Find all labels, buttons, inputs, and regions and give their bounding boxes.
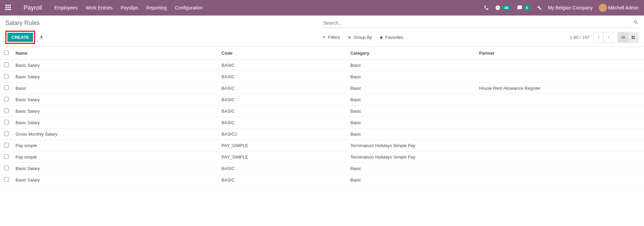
- select-all-checkbox[interactable]: [4, 50, 9, 55]
- table-row[interactable]: Basic Salary BASIC Basic: [0, 106, 644, 117]
- row-checkbox[interactable]: [4, 97, 9, 102]
- search-area: [322, 18, 639, 28]
- cell-partner: [477, 151, 644, 163]
- favorites-button[interactable]: Favorites: [379, 32, 403, 43]
- row-checkbox[interactable]: [4, 85, 9, 90]
- cell-category: Terminaison Holidays Simple Pay: [348, 140, 476, 151]
- tools-icon: [537, 5, 542, 10]
- table-header-row: Name Code Category Partner: [0, 47, 644, 60]
- cell-partner: [477, 140, 644, 151]
- groupby-button[interactable]: Group By: [347, 32, 372, 43]
- row-checkbox[interactable]: [4, 62, 9, 67]
- cell-name: Basic Salary: [13, 117, 219, 129]
- messages-menu[interactable]: 5: [517, 5, 530, 10]
- row-checkbox[interactable]: [4, 120, 9, 124]
- cell-name: Gross Monthly Salary: [13, 129, 219, 140]
- page-prev-button[interactable]: [593, 32, 604, 43]
- row-checkbox[interactable]: [4, 108, 9, 113]
- filters-button[interactable]: Filters: [322, 32, 340, 43]
- cell-category: Basic: [348, 163, 476, 174]
- user-name: Mitchell Admin: [608, 5, 639, 10]
- table-row[interactable]: Basic BASIC Basic House Rent Allowance R…: [0, 83, 644, 94]
- table-row[interactable]: Basic Salary BASIC Basic: [0, 71, 644, 83]
- cell-category: Basic: [348, 83, 476, 94]
- table-row[interactable]: Basic Salary BASIC Basic: [0, 60, 644, 71]
- nav-work-entries[interactable]: Work Entries: [86, 5, 112, 10]
- table-row[interactable]: Pay simple PAY_SIMPLE Terminaison Holida…: [0, 140, 644, 151]
- col-header-partner[interactable]: Partner: [477, 47, 644, 60]
- table-row[interactable]: Basic Salary BASIC Basic: [0, 94, 644, 106]
- row-checkbox[interactable]: [4, 143, 9, 147]
- row-checkbox[interactable]: [4, 166, 9, 170]
- row-checkbox[interactable]: [4, 177, 9, 182]
- chat-icon: [517, 5, 522, 10]
- create-highlight: CREATE: [5, 31, 35, 44]
- cell-code: BASIC: [219, 106, 348, 117]
- filters-label: Filters: [328, 35, 340, 40]
- nav-links: Employees Work Entries Payslips Reportin…: [54, 5, 203, 10]
- app-brand[interactable]: Payroll: [24, 4, 42, 11]
- cell-category: Basic: [348, 71, 476, 83]
- search-button[interactable]: [633, 20, 639, 25]
- cell-code: BASIC: [219, 163, 348, 174]
- kanban-view-button[interactable]: [628, 32, 638, 43]
- chevron-left-icon: [597, 35, 601, 39]
- cell-code: BASIC: [219, 117, 348, 129]
- cell-code: BASIC: [219, 60, 348, 71]
- cell-category: Basic: [348, 60, 476, 71]
- cell-code: PAY_SIMPLE: [219, 140, 348, 151]
- cell-partner: House Rent Allowance Register: [477, 83, 644, 94]
- nav-employees[interactable]: Employees: [54, 5, 77, 10]
- cell-partner: [477, 106, 644, 117]
- cell-code: BASIC: [219, 94, 348, 106]
- table-row[interactable]: Basic Salary BASIC Basic: [0, 174, 644, 186]
- cell-partner: [477, 129, 644, 140]
- page-next-button[interactable]: [604, 32, 614, 43]
- cell-category: Basic: [348, 106, 476, 117]
- list-view-button[interactable]: [618, 32, 628, 43]
- star-icon: [379, 35, 383, 39]
- table-row[interactable]: Basic Salary BASIC Basic: [0, 163, 644, 174]
- activities-menu[interactable]: 40: [495, 5, 511, 10]
- breadcrumb: Salary Rules: [5, 20, 40, 27]
- phone-menu[interactable]: [484, 5, 489, 10]
- cell-name: Basic Salary: [13, 174, 219, 186]
- row-checkbox[interactable]: [4, 154, 9, 159]
- apps-icon[interactable]: [5, 5, 11, 11]
- cell-name: Basic Salary: [13, 71, 219, 83]
- user-menu[interactable]: Mitchell Admin: [599, 4, 639, 12]
- cell-category: Terminaison Holidays Simple Pay: [348, 151, 476, 163]
- page-info[interactable]: 1-80 / 187: [570, 35, 589, 40]
- cell-partner: [477, 174, 644, 186]
- download-icon: [39, 35, 44, 40]
- nav-payslips[interactable]: Payslips: [121, 5, 138, 10]
- company-name: My Belgian Company: [548, 5, 593, 10]
- row-checkbox[interactable]: [4, 74, 9, 79]
- table-container[interactable]: Name Code Category Partner Basic Salary …: [0, 47, 644, 226]
- cell-code: BASIC2: [219, 129, 348, 140]
- nav-configuration[interactable]: Configuration: [175, 5, 203, 10]
- export-button[interactable]: [38, 34, 45, 41]
- control-panel: Salary Rules CREATE Filters Group By: [0, 16, 644, 47]
- row-checkbox[interactable]: [4, 131, 9, 136]
- cell-name: Basic Salary: [13, 163, 219, 174]
- cell-category: Basic: [348, 129, 476, 140]
- chevron-right-icon: [607, 35, 611, 39]
- filter-icon: [322, 35, 326, 39]
- debug-menu[interactable]: [537, 5, 542, 10]
- list-view-icon: [621, 35, 625, 40]
- cell-partner: [477, 60, 644, 71]
- company-switcher[interactable]: My Belgian Company: [548, 5, 593, 10]
- nav-reporting[interactable]: Reporting: [146, 5, 167, 10]
- col-header-category[interactable]: Category: [348, 47, 476, 60]
- search-input[interactable]: [322, 18, 639, 28]
- cell-code: BASIC: [219, 71, 348, 83]
- salary-rules-table: Name Code Category Partner Basic Salary …: [0, 47, 644, 186]
- table-row[interactable]: Pay simple PAY_SIMPLE Terminaison Holida…: [0, 151, 644, 163]
- cell-partner: [477, 117, 644, 129]
- table-row[interactable]: Basic Salary BASIC Basic: [0, 117, 644, 129]
- col-header-name[interactable]: Name: [13, 47, 219, 60]
- col-header-code[interactable]: Code: [219, 47, 348, 60]
- create-button[interactable]: CREATE: [7, 33, 33, 42]
- table-row[interactable]: Gross Monthly Salary BASIC2 Basic: [0, 129, 644, 140]
